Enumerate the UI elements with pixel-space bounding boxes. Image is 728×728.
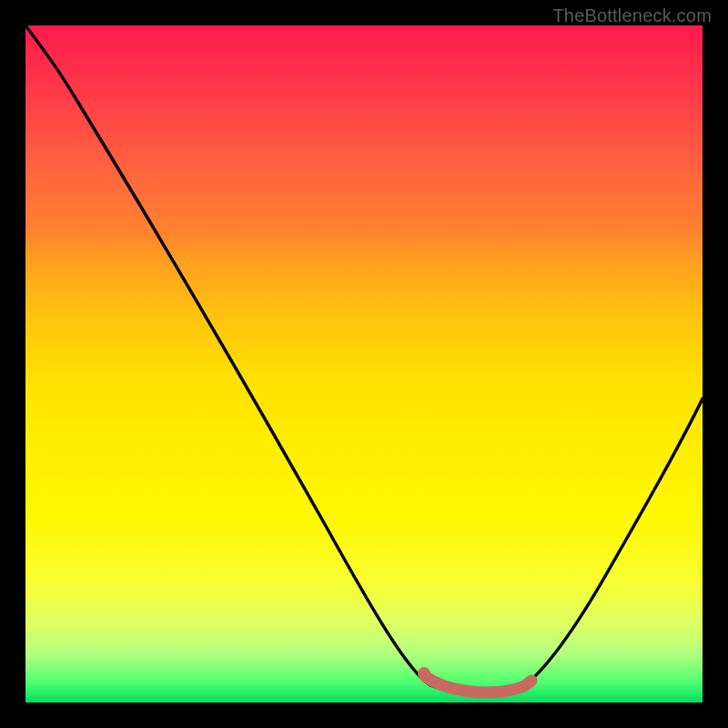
chart-container: TheBottleneck.com	[0, 0, 728, 728]
bottleneck-curve	[25, 25, 703, 695]
optimal-start-dot	[418, 667, 430, 680]
chart-svg	[25, 25, 703, 703]
watermark-text: TheBottleneck.com	[552, 5, 712, 26]
optimal-range-marker	[426, 677, 531, 693]
